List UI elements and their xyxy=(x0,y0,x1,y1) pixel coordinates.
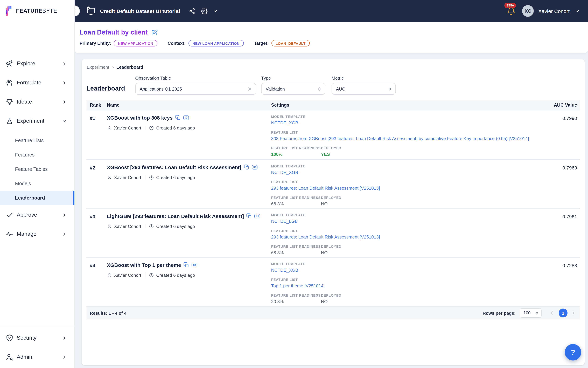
clock-icon xyxy=(149,175,154,180)
deployed-label: DEPLOYED xyxy=(321,294,536,297)
model-template-link[interactable]: NCTDE_XGB xyxy=(271,267,534,273)
id-icon[interactable]: ID xyxy=(252,165,258,170)
deployed-value: NO xyxy=(321,201,536,206)
copy-icon[interactable] xyxy=(175,115,181,121)
sidebar-item-explore[interactable]: Explore xyxy=(0,57,74,70)
metric-select-value: AUC xyxy=(336,86,388,92)
notifications-bell[interactable]: 999+ xyxy=(507,7,516,15)
sidebar-item-label: Manage xyxy=(17,231,36,237)
readiness-value: 20.8% xyxy=(271,299,321,304)
shield-icon xyxy=(5,334,14,342)
column-header-settings: Settings xyxy=(271,102,536,108)
sidebar-item-feature-lists[interactable]: Feature Lists xyxy=(0,133,74,147)
experiment-name[interactable]: XGBoost with Top 1 per theme xyxy=(107,262,181,268)
sidebar-bottom-section: Security Admin xyxy=(0,322,74,367)
filter-row: Leaderboard Observation Table Type Valid… xyxy=(86,75,580,95)
id-icon[interactable]: ID xyxy=(183,116,189,120)
column-header-rank: Rank xyxy=(90,102,107,108)
deployed-value: NO xyxy=(321,250,536,255)
created-date: Created 6 days ago xyxy=(156,224,195,229)
sidebar-item-features[interactable]: Features xyxy=(0,147,74,162)
model-template-label: MODEL TEMPLATE xyxy=(271,213,536,217)
table-row: #1 XGBoost with top 308 keys ID Xavier C… xyxy=(86,110,580,159)
experiment-name[interactable]: LightGBM [293 features: Loan Default Ris… xyxy=(107,213,244,219)
observation-table-input[interactable] xyxy=(140,86,247,92)
feature-list-link[interactable]: 293 features: Loan Default Risk Assessme… xyxy=(271,185,534,191)
sidebar-divider xyxy=(0,326,74,326)
feature-list-label: FEATURE LIST xyxy=(271,180,536,184)
readiness-value: 68.3% xyxy=(271,201,321,206)
page-number-button[interactable]: 1 xyxy=(559,309,568,317)
check-icon xyxy=(5,211,14,219)
experiment-name[interactable]: XGBoost [293 features: Loan Default Risk… xyxy=(107,164,241,170)
clear-x-icon[interactable] xyxy=(247,86,252,92)
chevron-right-icon xyxy=(62,231,67,237)
model-template-label: MODEL TEMPLATE xyxy=(271,164,536,168)
table-row: #3 LightGBM [293 features: Loan Default … xyxy=(86,208,580,257)
primary-entity-badge[interactable]: NEW APPLICATION xyxy=(114,40,157,46)
sidebar-item-approve[interactable]: Approve xyxy=(0,208,74,222)
sidebar-nav: Explore Formulate Ideate xyxy=(0,22,74,241)
id-icon[interactable]: ID xyxy=(192,263,197,267)
rank-value: #4 xyxy=(90,262,107,268)
chevron-right-icon xyxy=(62,212,67,218)
select-arrows-icon xyxy=(317,87,322,91)
sidebar-item-ideate[interactable]: Ideate xyxy=(0,95,74,109)
clock-icon xyxy=(149,273,154,278)
model-template-link[interactable]: NCTDE_LGB xyxy=(271,219,534,224)
row-meta: Xavier Conort Created 6 days ago xyxy=(107,175,271,180)
settings-gear-icon[interactable] xyxy=(201,8,208,14)
entity-badges-row: Primary Entity: NEW APPLICATION Context:… xyxy=(80,40,588,46)
help-button[interactable]: ? xyxy=(565,344,581,360)
context-badge[interactable]: NEW LOAN APPLICATION xyxy=(188,40,244,46)
sidebar-item-feature-tables[interactable]: Feature Tables xyxy=(0,162,74,176)
sidebar-item-leaderboard[interactable]: Leaderboard xyxy=(0,191,74,205)
feature-list-link[interactable]: 293 features: Loan Default Risk Assessme… xyxy=(271,234,534,239)
id-icon[interactable]: ID xyxy=(254,214,260,219)
sidebar-item-security[interactable]: Security xyxy=(0,331,74,345)
rows-per-page-select[interactable]: 100 xyxy=(520,308,542,318)
experiment-name[interactable]: XGBoost with top 308 keys xyxy=(107,115,173,121)
page-header: Loan Default by client Primary Entity: N… xyxy=(74,22,588,53)
breadcrumb-experiment[interactable]: Experiment xyxy=(87,64,109,70)
metric-select[interactable]: AUC xyxy=(331,83,396,95)
sidebar-item-manage[interactable]: Manage xyxy=(0,227,74,241)
row-meta: Xavier Conort Created 6 days ago xyxy=(107,125,271,130)
sidebar-item-models[interactable]: Models xyxy=(0,176,74,191)
observation-table-filter: Observation Table xyxy=(135,75,261,95)
sidebar-item-label: Explore xyxy=(17,60,35,67)
chevron-right-icon xyxy=(62,80,67,85)
copy-icon[interactable] xyxy=(184,262,189,268)
target-badge[interactable]: LOAN_DEFAULT xyxy=(271,40,310,46)
user-menu-chevron-icon[interactable] xyxy=(575,8,580,13)
sidebar-item-label: Formulate xyxy=(17,80,41,86)
person-icon xyxy=(107,175,112,180)
copy-icon[interactable] xyxy=(244,164,249,170)
sidebar-item-formulate[interactable]: Formulate xyxy=(0,76,74,90)
copy-icon[interactable] xyxy=(246,213,252,219)
sidebar-item-experiment[interactable]: Experiment xyxy=(0,114,74,128)
share-icon[interactable] xyxy=(189,8,196,14)
previous-page-icon[interactable] xyxy=(549,310,554,316)
row-settings: MODEL TEMPLATE NCTDE_LGB FEATURE LIST 29… xyxy=(271,213,536,255)
sidebar-item-admin[interactable]: Admin xyxy=(0,350,74,364)
avatar[interactable]: XC xyxy=(522,5,534,17)
deployed-value: YES xyxy=(321,152,536,157)
person-icon xyxy=(107,224,112,229)
next-page-icon[interactable] xyxy=(571,310,576,316)
flask-icon xyxy=(5,117,14,125)
row-settings: MODEL TEMPLATE NCTDE_XGB FEATURE LIST 30… xyxy=(271,115,536,157)
edit-pencil-icon[interactable] xyxy=(151,29,158,36)
notifications-badge: 999+ xyxy=(505,3,516,8)
model-template-link[interactable]: NCTDE_XGB xyxy=(271,170,534,175)
column-header-auc: AUC Value xyxy=(536,102,577,108)
type-select[interactable]: Validation xyxy=(261,83,325,95)
feature-list-link[interactable]: Top 1 per theme [V251014] xyxy=(271,283,534,288)
project-menu-chevron-icon[interactable] xyxy=(213,8,218,13)
sidebar-item-label: Approve xyxy=(17,212,37,218)
leaderboard-card: Experiment > Leaderboard Leaderboard Obs… xyxy=(82,59,585,365)
feature-list-link[interactable]: 308 Features from XGBoost [293 features:… xyxy=(271,136,534,141)
brand-logo[interactable]: FEATUREBYTE xyxy=(0,0,74,22)
column-header-name: Name xyxy=(107,102,271,108)
model-template-link[interactable]: NCTDE_XGB xyxy=(271,120,534,125)
